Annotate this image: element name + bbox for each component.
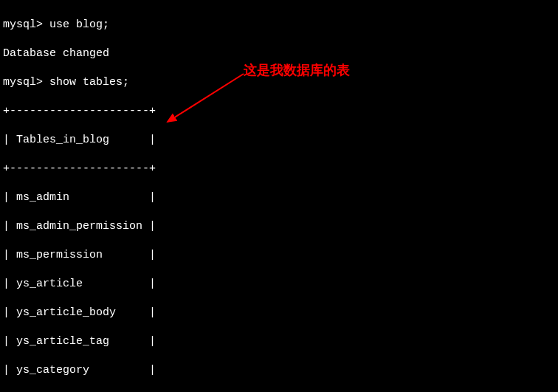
table-border: +---------------------+ xyxy=(3,104,555,119)
table-row: | ms_permission | xyxy=(3,248,555,263)
mysql-prompt: mysql> xyxy=(3,18,43,31)
table-row: | ys_article_body | xyxy=(3,306,555,320)
table-row: | ms_admin_permission | xyxy=(3,219,555,234)
table-row: | ys_article_tag | xyxy=(3,334,555,349)
annotation-label: 这是我数据库的表 xyxy=(244,62,350,79)
response-line: Database changed xyxy=(3,47,555,61)
command-text: show tables; xyxy=(49,76,129,89)
table-row: | ms_admin | xyxy=(3,190,555,205)
table-row: | ys_article | xyxy=(3,277,555,292)
mysql-prompt: mysql> xyxy=(3,76,43,89)
command-text: use blog; xyxy=(49,18,109,31)
table-border: +---------------------+ xyxy=(3,162,555,176)
command-line: mysql> use blog; xyxy=(3,18,555,32)
table-header: | Tables_in_blog | xyxy=(3,133,555,148)
table-row: | ys_category | xyxy=(3,363,555,378)
